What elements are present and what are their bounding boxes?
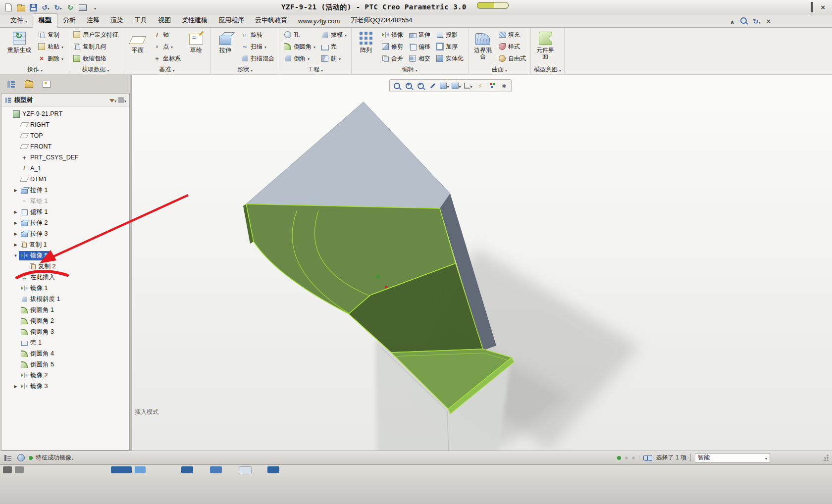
merge-button[interactable]: 合并 — [380, 52, 405, 64]
ribbon-group-label-get-data[interactable]: 获取数据 — [71, 65, 120, 74]
tree-item-shell-1[interactable]: 壳 1 — [1, 337, 129, 348]
windows-button[interactable] — [77, 2, 88, 12]
taskbar-app-button[interactable] — [210, 466, 222, 473]
display-style-button[interactable] — [439, 81, 450, 91]
favorites-button[interactable] — [40, 78, 53, 91]
fill-button[interactable]: 填充 — [497, 29, 527, 41]
tree-item-dtm1[interactable]: DTM1 — [1, 174, 129, 185]
tree-item-round-3[interactable]: 倒圆角 3 — [1, 326, 129, 337]
spin-center-button[interactable] — [499, 81, 509, 91]
copy-button[interactable]: 复制 — [36, 29, 65, 41]
tab-annotate[interactable]: 注释 — [81, 14, 105, 27]
tree-item-round-1[interactable]: 倒圆角 1 — [1, 304, 129, 315]
tree-item-mirror-5[interactable]: 镜像 5 — [1, 250, 129, 261]
swept-blend-button[interactable]: 扫描混合 — [239, 52, 276, 64]
ribbon-group-label-editing[interactable]: 编辑 — [355, 65, 465, 74]
expander-icon[interactable] — [12, 383, 19, 390]
hole-button[interactable]: 孔 — [282, 29, 317, 41]
point-button[interactable]: 点 — [152, 41, 182, 52]
expander-icon[interactable] — [12, 220, 19, 226]
resize-grip[interactable] — [823, 454, 829, 461]
graphics-display-button[interactable] — [487, 81, 497, 91]
tree-item-datum-top[interactable]: TOP — [1, 130, 129, 141]
tree-item-copy-2[interactable]: 复制 2 — [1, 261, 129, 272]
tree-item-insert-here[interactable]: 在此插入 — [1, 272, 129, 283]
tree-item-offset-1[interactable]: 偏移 1 — [1, 206, 129, 217]
tab-render[interactable]: 渲染 — [105, 14, 129, 27]
tree-item-round-5[interactable]: 倒圆角 5 — [1, 359, 129, 370]
new-file-button[interactable] — [3, 2, 14, 12]
tab-promo-qq[interactable]: 万老师QQ734482554 — [345, 14, 417, 27]
tree-item-mirror-3[interactable]: 镜像 3 — [1, 381, 129, 392]
paste-button[interactable]: 粘贴 — [36, 41, 65, 52]
sketch-button[interactable]: 草绘 — [185, 29, 208, 53]
tree-item-extrude-1[interactable]: 拉伸 1 — [1, 185, 129, 196]
tab-view[interactable]: 视图 — [153, 14, 176, 27]
tree-item-mirror-2[interactable]: 镜像 2 — [1, 370, 129, 381]
ribbon-group-label-engineering[interactable]: 工程 — [282, 65, 348, 74]
extrude-button[interactable]: 拉伸 — [214, 29, 237, 53]
regenerate-button[interactable]: 重新生成 — [5, 29, 34, 53]
shrinkwrap-button[interactable]: 收缩包络 — [71, 52, 120, 64]
redo-caret-icon[interactable] — [60, 3, 62, 12]
zoom-in-button[interactable] — [404, 81, 414, 91]
maximize-button[interactable] — [811, 3, 813, 12]
tree-item-axis-a1[interactable]: A_1 — [1, 163, 129, 174]
tab-file[interactable]: 文件 — [5, 14, 33, 27]
rib-button[interactable]: 筋 — [319, 52, 348, 64]
solidify-button[interactable]: 实体化 — [434, 52, 465, 64]
taskbar-app-button[interactable] — [111, 466, 132, 473]
refit-button[interactable] — [392, 81, 402, 91]
tab-tools[interactable]: 工具 — [129, 14, 153, 27]
tree-item-datum-front[interactable]: FRONT — [1, 141, 129, 152]
find-icon[interactable] — [643, 455, 652, 460]
statusbar-browser-toggle-button[interactable] — [16, 454, 26, 462]
tree-item-draft-1[interactable]: 拔模斜度 1 — [1, 294, 129, 304]
sweep-button[interactable]: 扫描 — [239, 41, 276, 52]
expander-icon[interactable] — [12, 231, 19, 237]
collapse-ribbon-button[interactable] — [730, 17, 734, 26]
ribbon-group-label-operations[interactable]: 操作 — [5, 65, 65, 74]
model-tree-toggle-button[interactable] — [4, 78, 18, 91]
panel-resize-sash[interactable] — [130, 75, 132, 451]
tree-item-part-root[interactable]: YZF-9-21.PRT — [1, 108, 129, 119]
tab-promo-education[interactable]: 云中帆教育 — [250, 14, 293, 27]
taskbar-app-button[interactable] — [267, 466, 279, 473]
draft-button[interactable]: 拔模 — [319, 29, 348, 41]
component-interface-button[interactable]: 元件界面 — [534, 29, 557, 60]
chamfer-button[interactable]: 倒角 — [282, 52, 317, 64]
undo-caret-icon[interactable] — [48, 3, 50, 12]
statusbar-tree-toggle-button[interactable] — [3, 454, 13, 462]
ribbon-group-label-shapes[interactable]: 形状 — [214, 65, 276, 74]
tree-item-mirror-1[interactable]: 镜像 1 — [1, 283, 129, 294]
tab-flexible-modeling[interactable]: 柔性建模 — [176, 14, 213, 27]
plane-button[interactable]: 平面 — [126, 29, 149, 53]
style-button[interactable]: 样式 — [497, 41, 527, 52]
open-button[interactable] — [15, 2, 26, 12]
tree-item-copy-1[interactable]: 复制 1 — [1, 239, 129, 250]
ribbon-group-label-datum[interactable]: 基准 — [126, 65, 208, 74]
extend-button[interactable]: 延伸 — [407, 29, 432, 41]
pattern-button[interactable]: 阵列 — [355, 29, 377, 53]
tree-item-datum-right[interactable]: RIGHT — [1, 119, 129, 130]
tab-analysis[interactable]: 分析 — [57, 14, 81, 27]
freestyle-button[interactable]: 自由式 — [497, 52, 527, 64]
revolve-button[interactable]: 旋转 — [239, 29, 276, 41]
customize-toolbar-button[interactable] — [90, 2, 101, 12]
tree-item-round-2[interactable]: 倒圆角 2 — [1, 315, 129, 326]
expander-icon[interactable] — [12, 252, 19, 259]
ribbon-group-label-surfaces[interactable]: 曲面 — [471, 65, 527, 74]
close-button[interactable]: × — [821, 5, 825, 10]
tab-applications[interactable]: 应用程序 — [213, 14, 250, 27]
tree-item-csys-def[interactable]: PRT_CSYS_DEF — [1, 152, 129, 163]
boundary-blend-button[interactable]: 边界混合 — [471, 29, 494, 60]
refresh-button[interactable] — [753, 17, 761, 26]
thicken-button[interactable]: 加厚 — [434, 41, 465, 52]
delete-button[interactable]: 删除 — [36, 52, 65, 64]
annotation-display-button[interactable] — [475, 81, 485, 91]
selection-filter-dropdown[interactable]: 智能 — [695, 453, 770, 462]
taskbar-app-button[interactable] — [181, 466, 193, 473]
undo-button[interactable] — [40, 2, 51, 12]
tree-settings-button[interactable] — [118, 96, 126, 104]
tree-filter-button[interactable] — [109, 96, 116, 104]
